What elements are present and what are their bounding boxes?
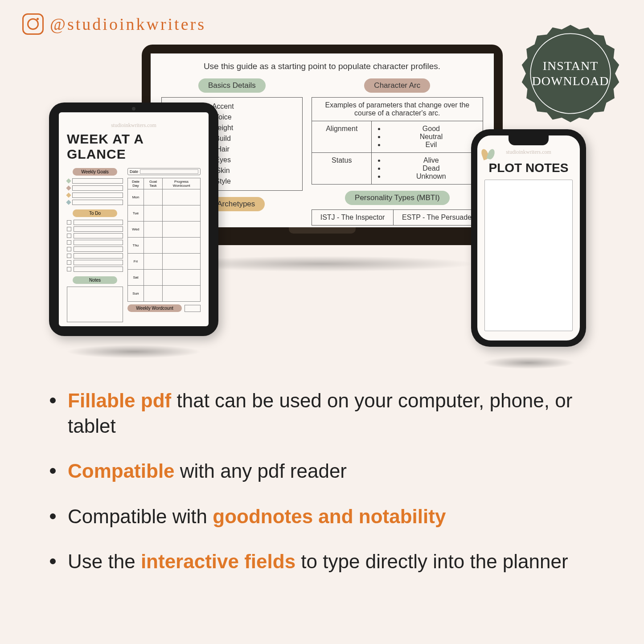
badge-text-line2: DOWNLOAD xyxy=(532,74,609,89)
todo-checkbox[interactable] xyxy=(67,260,71,265)
tablet-shadow xyxy=(66,345,201,358)
todo-checkbox[interactable] xyxy=(67,234,71,238)
badge-text-line1: INSTANT xyxy=(532,58,609,74)
arc-item: Good xyxy=(385,125,477,133)
weekly-goals-label: Weekly Goals xyxy=(73,168,118,176)
feature-bullets: Fillable pdf that can be used on your co… xyxy=(45,388,608,594)
todo-field[interactable] xyxy=(74,267,123,272)
todo-field[interactable] xyxy=(74,226,123,232)
watermark: studioinkwriters.com xyxy=(484,149,573,156)
todo-checkbox[interactable] xyxy=(67,267,71,271)
cell[interactable] xyxy=(144,205,162,222)
mbti-table: ISTJ - The Inspector ESTP - The Persuade… xyxy=(312,209,483,226)
plot-notes-field[interactable] xyxy=(484,180,573,331)
day-label: Thu xyxy=(128,238,144,254)
weekly-wordcount-label: Weekly Wordcount xyxy=(127,304,182,312)
arc-table: Examples of parameters that change over … xyxy=(312,97,483,185)
cell[interactable] xyxy=(163,270,201,286)
todo-label: To Do xyxy=(73,209,118,217)
day-label: Mon xyxy=(128,189,144,205)
goal-field[interactable] xyxy=(72,185,123,191)
pill-character-arc: Character Arc xyxy=(364,78,430,93)
social-handle: @studioinkwriters xyxy=(50,14,206,34)
cell[interactable] xyxy=(144,254,162,270)
cell[interactable] xyxy=(144,286,162,302)
bullet-item: Fillable pdf that can be used on your co… xyxy=(45,388,608,439)
watermark: studioinkwriters.com xyxy=(67,122,201,129)
arc-item: Evil xyxy=(385,141,477,149)
todo-checkbox[interactable] xyxy=(67,254,71,258)
todo-checkbox[interactable] xyxy=(67,227,71,231)
phone-notch xyxy=(509,135,549,145)
arc-row-label: Status xyxy=(312,153,372,185)
phone-shadow xyxy=(483,357,574,369)
cell[interactable] xyxy=(163,254,201,270)
day-label: Fri xyxy=(128,254,144,270)
bullet-text: to type directly into the planner xyxy=(295,550,568,572)
wordcount-field[interactable] xyxy=(185,305,201,312)
goal-field[interactable] xyxy=(72,178,123,184)
cell[interactable] xyxy=(163,189,201,205)
cell[interactable] xyxy=(144,270,162,286)
cell[interactable] xyxy=(163,238,201,254)
todo-checkbox[interactable] xyxy=(67,220,71,225)
highlight-text: interactive fields xyxy=(141,550,295,572)
arc-item: Alive xyxy=(385,156,477,164)
tablet-mockup: studioinkwriters.com WEEK AT A GLANCE We… xyxy=(49,103,218,358)
bullet-item: Use the interactive fields to type direc… xyxy=(45,549,608,574)
instagram-icon xyxy=(22,13,44,35)
day-label: Tue xyxy=(128,205,144,222)
pill-basics: Basics Details xyxy=(198,78,266,93)
cell[interactable] xyxy=(144,238,162,254)
todo-field[interactable] xyxy=(74,240,123,245)
goal-field[interactable] xyxy=(72,200,123,205)
notes-label: Notes xyxy=(73,276,118,284)
notes-field[interactable] xyxy=(67,287,123,322)
arc-caption: Examples of parameters that change over … xyxy=(312,98,483,121)
cell[interactable] xyxy=(163,222,201,238)
goal-field[interactable] xyxy=(72,193,123,198)
day-label: Sun xyxy=(128,286,144,302)
todo-field[interactable] xyxy=(74,220,123,225)
todo-field[interactable] xyxy=(74,260,123,265)
highlight-text: Fillable pdf xyxy=(68,390,171,411)
mbti-item: ISTJ - The Inspector xyxy=(312,210,394,226)
arc-item: Dead xyxy=(385,164,477,172)
cell[interactable] xyxy=(163,205,201,222)
leaf-icon xyxy=(482,149,495,162)
bullet-item: Compatible with goodnotes and notability xyxy=(45,504,608,529)
todo-checkbox[interactable] xyxy=(67,240,71,245)
arc-item: Unknown xyxy=(385,172,477,180)
pill-mbti: Personality Types (MBTI) xyxy=(345,191,450,205)
phone-content: studioinkwriters.com PLOT NOTES xyxy=(477,135,580,340)
highlight-text: goodnotes and notability xyxy=(213,505,446,527)
cell[interactable] xyxy=(163,286,201,302)
week-table: DateDay GoalTask ProgressWordcount Mon T… xyxy=(127,178,201,302)
mbti-item: ESTP - The Persuader xyxy=(393,210,483,226)
header: @studioinkwriters xyxy=(22,13,206,35)
todo-field[interactable] xyxy=(74,246,123,252)
instant-download-badge: INSTANT DOWNLOAD xyxy=(519,22,622,125)
todo-field[interactable] xyxy=(74,253,123,258)
cell[interactable] xyxy=(144,222,162,238)
week-at-a-glance-title: WEEK AT A GLANCE xyxy=(67,131,201,162)
date-field[interactable]: Date xyxy=(127,168,201,175)
cell[interactable] xyxy=(144,189,162,205)
phone-mockup: studioinkwriters.com PLOT NOTES xyxy=(471,129,586,369)
day-label: Sat xyxy=(128,270,144,286)
plot-notes-title: PLOT NOTES xyxy=(484,161,573,175)
bullet-text: with any pdf reader xyxy=(175,460,347,482)
todo-checkbox[interactable] xyxy=(67,247,71,251)
bullet-item: Compatible with any pdf reader xyxy=(45,458,608,484)
bullet-text: Compatible with xyxy=(68,505,213,527)
todo-field[interactable] xyxy=(74,233,123,238)
highlight-text: Compatible xyxy=(68,460,175,482)
arc-item: Neutral xyxy=(385,133,477,141)
arc-row-label: Alignment xyxy=(312,121,372,153)
tablet-content: studioinkwriters.com WEEK AT A GLANCE We… xyxy=(59,112,209,326)
bullet-text: Use the xyxy=(68,550,141,572)
guide-intro-text: Use this guide as a starting point to po… xyxy=(161,62,483,71)
day-label: Wed xyxy=(128,222,144,238)
